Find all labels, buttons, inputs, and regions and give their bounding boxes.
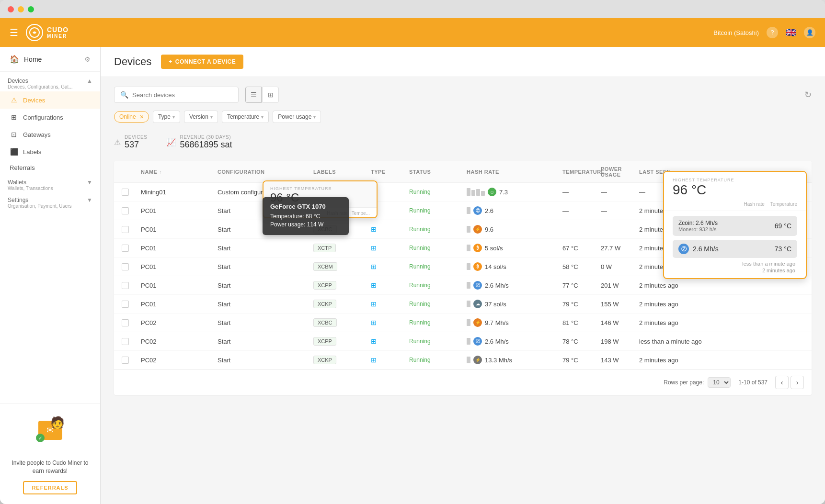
- help-icon[interactable]: ?: [767, 27, 778, 38]
- hashrate-icon: ⚡: [473, 225, 482, 234]
- minimize-button[interactable]: [18, 6, 24, 12]
- online-filter-tag[interactable]: Online ×: [114, 111, 149, 123]
- cell-name: PC01: [141, 282, 218, 289]
- row-checkbox[interactable]: [122, 319, 129, 326]
- gpu-bars: [467, 301, 470, 307]
- close-button[interactable]: [8, 6, 14, 12]
- cell-label: XCPP: [313, 337, 371, 346]
- cell-label: XCBM: [313, 262, 371, 271]
- stats-bar: ⚠ DEVICES 537 📈 REVENUE (30 DAYS) 568618…: [114, 131, 812, 154]
- plus-icon: +: [169, 58, 172, 65]
- maximize-button[interactable]: [28, 6, 34, 12]
- hashrate-icon: ₿: [473, 262, 482, 271]
- online-filter-remove[interactable]: ×: [140, 113, 144, 120]
- table-row[interactable]: PC01 Start XCKP ⊞ Running ☁ 37 sol/s: [114, 295, 812, 314]
- settings-collapse-icon[interactable]: ▼: [87, 197, 92, 203]
- th-configuration[interactable]: Configuration: [218, 169, 313, 175]
- page-header: Devices + CONNECT A DEVICE: [101, 47, 825, 77]
- gpu-bars: [467, 338, 470, 345]
- table-row[interactable]: PC02 Start XCKP ⊞ Running ⚡ 13.3 Mh/s: [114, 351, 812, 370]
- gateways-icon: ⊡: [10, 131, 18, 138]
- type-filter[interactable]: Type ▾: [153, 111, 180, 123]
- connect-device-button[interactable]: + CONNECT A DEVICE: [161, 55, 243, 69]
- collapse-icon[interactable]: ▲: [87, 78, 92, 84]
- sidebar-item-configurations[interactable]: ⊞ Configurations: [0, 109, 100, 126]
- gpu-bars: [467, 282, 470, 289]
- th-status[interactable]: Status: [409, 169, 467, 175]
- row-checkbox[interactable]: [122, 207, 129, 214]
- th-labels[interactable]: Labels: [313, 169, 371, 175]
- hashrate-icon: ⚡: [473, 356, 482, 364]
- pagination-info: 1-10 of 537: [738, 379, 768, 386]
- th-temperature[interactable]: Temperature: [562, 169, 601, 175]
- cell-config: Start: [218, 357, 313, 364]
- devices-icon: ⚠: [10, 96, 18, 104]
- sidebar-home-item[interactable]: 🏠 Home ⚙: [0, 47, 100, 72]
- cell-name: PC02: [141, 319, 218, 326]
- list-view-button[interactable]: ☰: [245, 87, 262, 103]
- promo-image: ✉ 🧑 ✓: [34, 421, 67, 454]
- home-icon: 🏠: [10, 55, 19, 64]
- prev-page-button[interactable]: ‹: [775, 376, 789, 389]
- cell-name: PC02: [141, 338, 218, 345]
- row-checkbox[interactable]: [122, 338, 129, 345]
- row-checkbox[interactable]: [122, 301, 129, 308]
- rows-select[interactable]: 10 25 50: [708, 377, 731, 388]
- sidebar-item-devices[interactable]: ⚠ Devices: [0, 91, 100, 109]
- power-filter[interactable]: Power usage ▾: [273, 111, 321, 123]
- th-name[interactable]: Name ↑: [141, 169, 218, 175]
- cell-hashrate: ☺ 7.3: [467, 188, 562, 196]
- th-hashrate[interactable]: Hash rate: [467, 169, 562, 175]
- refresh-button[interactable]: ↻: [804, 90, 812, 100]
- windows-icon: ⊞: [371, 263, 377, 270]
- right-card-detail-1: Zcoin: 2.6 Mh/s Monero: 932 h/s 69 °C: [673, 216, 797, 236]
- row-checkbox[interactable]: [122, 226, 129, 233]
- cell-status: Running: [409, 357, 467, 363]
- revenue-stat-icon: 📈: [166, 138, 176, 147]
- cell-label: XCPP: [313, 281, 371, 290]
- sidebar-item-labels[interactable]: ⬛ Labels: [0, 143, 100, 160]
- cell-power: —: [601, 189, 639, 196]
- logo-icon: [26, 24, 43, 41]
- tooltip-content: GeForce GTX 1070 Temperature: 68 °C Powe…: [263, 197, 349, 235]
- th-power[interactable]: Power usage: [601, 166, 639, 178]
- settings-icon[interactable]: ⚙: [84, 56, 91, 63]
- row-checkbox[interactable]: [122, 189, 129, 196]
- cell-temp: 81 °C: [562, 319, 601, 326]
- version-filter[interactable]: Version ▾: [184, 111, 218, 123]
- devices-table: Name ↑ Configuration Labels Type: [114, 161, 812, 395]
- cell-temp: 77 °C: [562, 282, 601, 289]
- row-checkbox[interactable]: [122, 357, 129, 364]
- temperature-filter[interactable]: Temperature ▾: [222, 111, 269, 123]
- gpu-bars: [467, 357, 470, 363]
- cell-type: ⊞: [371, 300, 409, 308]
- right-card-temp-value: 96 °C: [673, 182, 797, 198]
- nav-right: Bitcoin (Satoshi) ? 🇬🇧 👤: [713, 27, 815, 38]
- hashrate-icon: ☺: [488, 188, 496, 196]
- search-input[interactable]: [132, 91, 232, 99]
- grid-view-button[interactable]: ⊞: [263, 87, 279, 103]
- language-flag[interactable]: 🇬🇧: [786, 27, 796, 38]
- th-type[interactable]: Type: [371, 169, 409, 175]
- cell-power: 198 W: [601, 338, 639, 345]
- sidebar-item-referrals[interactable]: Referrals: [0, 160, 100, 175]
- windows-icon: ⊞: [371, 281, 377, 289]
- cell-power: —: [601, 207, 639, 214]
- windows-icon: ⊞: [371, 319, 377, 326]
- hamburger-menu[interactable]: ☰: [10, 27, 18, 38]
- referral-button[interactable]: REFERRALS: [23, 481, 77, 494]
- cell-name: PC01: [141, 226, 218, 233]
- wallets-collapse-icon[interactable]: ▼: [87, 179, 92, 186]
- next-page-button[interactable]: ›: [791, 376, 804, 389]
- right-card-header: HIGHEST TEMPERATURE 96 °C Hash rate Temp…: [664, 172, 806, 211]
- row-checkbox[interactable]: [122, 263, 129, 270]
- user-icon[interactable]: 👤: [804, 27, 815, 38]
- row-checkbox[interactable]: [122, 245, 129, 252]
- windows-icon: ⊞: [371, 225, 377, 233]
- row-checkbox[interactable]: [122, 282, 129, 289]
- gpu-bars: [467, 207, 470, 214]
- table-row[interactable]: PC02 Start XCBC ⊞ Running ⚡ 9.7 Mh/s: [114, 314, 812, 332]
- sidebar-item-gateways[interactable]: ⊡ Gateways: [0, 126, 100, 143]
- cell-lastseen: 2 minutes ago: [639, 319, 716, 326]
- table-row[interactable]: PC02 Start XCPP ⊞ Running Ⓩ 2.6 Mh/s: [114, 332, 812, 351]
